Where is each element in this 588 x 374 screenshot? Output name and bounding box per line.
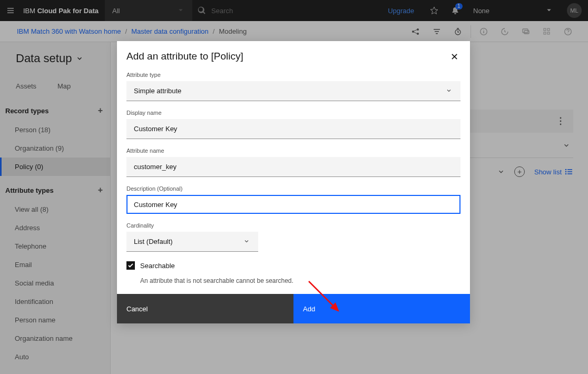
- cancel-button[interactable]: Cancel: [117, 294, 293, 323]
- display-name-input[interactable]: [126, 119, 460, 139]
- description-input[interactable]: [126, 195, 460, 214]
- attr-type-select[interactable]: Simple attribute: [126, 81, 460, 101]
- attr-name-input[interactable]: [126, 157, 460, 177]
- searchable-hint: An attribute that is not searchable cann…: [140, 277, 460, 284]
- searchable-checkbox[interactable]: [126, 261, 135, 270]
- attr-type-value: Simple attribute: [134, 87, 181, 95]
- add-button[interactable]: Add: [293, 294, 470, 323]
- chevron-down-icon: [243, 238, 251, 245]
- modal-footer: Cancel Add: [117, 294, 470, 323]
- cardinality-value: List (Default): [134, 238, 173, 245]
- close-icon[interactable]: ✕: [448, 51, 460, 63]
- add-attribute-modal: Add an attribute to [Policy] ✕ Attribute…: [117, 41, 470, 323]
- searchable-label: Searchable: [140, 262, 175, 270]
- cardinality-label: Cardinality: [126, 222, 460, 229]
- attr-type-label: Attribute type: [126, 72, 460, 78]
- modal-title: Add an attribute to [Policy]: [126, 51, 243, 62]
- cardinality-select[interactable]: List (Default): [126, 232, 258, 252]
- display-name-label: Display name: [126, 110, 460, 116]
- attr-name-label: Attribute name: [126, 147, 460, 154]
- description-label: Description (Optional): [126, 185, 460, 192]
- chevron-down-icon: [446, 87, 453, 95]
